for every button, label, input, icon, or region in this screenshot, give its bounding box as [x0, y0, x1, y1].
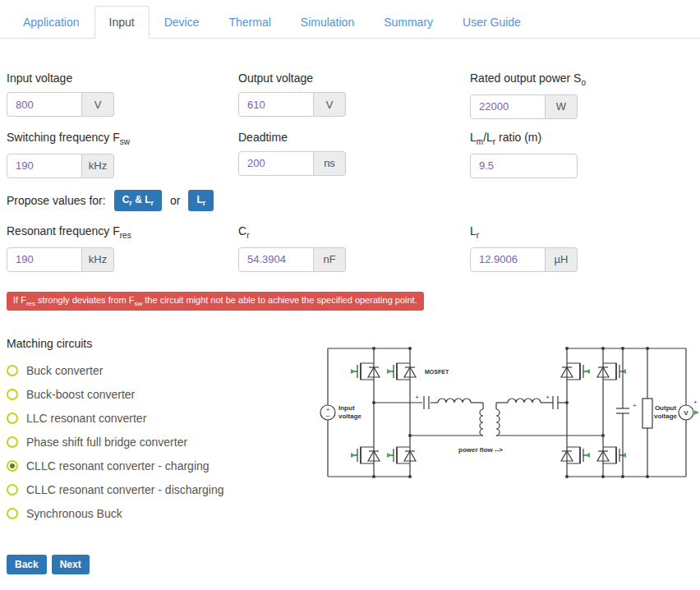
radio-label: Phase shift full bridge converter — [26, 436, 187, 449]
radio-circle — [7, 460, 18, 472]
secondary-cap-plus: + — [546, 394, 550, 401]
cr-input[interactable] — [238, 247, 314, 272]
output-voltage-input[interactable] — [238, 92, 314, 117]
circuit-diagram-panel: + − Input voltage MOSFET + + power flow … — [315, 334, 700, 574]
propose-values-label: Propose values for: — [7, 194, 106, 207]
radio-circle — [7, 365, 18, 376]
field-lr: Lr µH — [470, 224, 700, 272]
next-button[interactable]: Next — [52, 555, 90, 574]
lr-input[interactable] — [470, 247, 546, 272]
field-resonant-frequency: Resonant frequency Fres kHz — [7, 224, 238, 272]
green-arrow-icon — [694, 410, 699, 415]
source-minus-sign: − — [326, 413, 330, 420]
radio-label: CLLC resonant converter - discharging — [26, 483, 223, 496]
form-row-1: Input voltage V Output voltage V Rated o… — [7, 71, 693, 119]
radio-label: Buck-boost converter — [26, 388, 135, 401]
cr-unit: nF — [314, 247, 346, 272]
transformer — [410, 409, 603, 436]
cllc-circuit-diagram: + − Input voltage MOSFET + + power flow … — [315, 334, 700, 510]
tab-application[interactable]: Application — [8, 6, 94, 39]
form-row-3: Resonant frequency Fres kHz Cr nF Lr µH — [7, 224, 693, 272]
matching-circuits-panel: Matching circuits Buck converter Buck-bo… — [7, 334, 315, 574]
propose-values-row: Propose values for: Cr & Lr or Lr — [7, 190, 693, 211]
field-switching-frequency: Switching frequency Fsw kHz — [7, 131, 238, 178]
input-voltage-unit: V — [82, 92, 114, 117]
propose-lr-button[interactable]: Lr — [188, 190, 214, 211]
radio-label: CLLC resonant converter - charging — [26, 459, 210, 472]
output-voltage-unit: V — [314, 92, 346, 117]
resonant-frequency-unit: kHz — [82, 247, 114, 272]
back-button[interactable]: Back — [7, 555, 47, 574]
primary-cap-plus: + — [415, 394, 419, 401]
resonant-frequency-label: Resonant frequency Fres — [7, 224, 238, 240]
lr-label: Lr — [470, 224, 700, 240]
radio-circle — [7, 508, 18, 519]
tab-simulation[interactable]: Simulation — [286, 6, 369, 39]
tab-device[interactable]: Device — [150, 6, 214, 39]
tab-input[interactable]: Input — [94, 6, 150, 39]
lr-unit: µH — [546, 247, 578, 272]
field-rated-power: Rated output power So W — [470, 71, 700, 119]
lm-lr-ratio-input[interactable] — [470, 154, 578, 178]
input-voltage-diagram-label: Input — [338, 404, 355, 412]
tab-user-guide[interactable]: User Guide — [448, 6, 536, 39]
propose-cr-lr-button[interactable]: Cr & Lr — [114, 190, 162, 211]
switching-frequency-unit: kHz — [82, 154, 114, 178]
radio-circle — [7, 484, 18, 496]
deadtime-label: Deadtime — [238, 131, 470, 144]
radio-cllc-discharging[interactable]: CLLC resonant converter - discharging — [7, 483, 315, 496]
radio-label: LLC resonant converter — [26, 412, 146, 425]
bottom-section: Matching circuits Buck converter Buck-bo… — [0, 334, 700, 574]
radio-label: Buck converter — [26, 364, 103, 377]
load-resistor — [642, 348, 652, 477]
radio-phase-shift-full-bridge[interactable]: Phase shift full bridge converter — [7, 436, 315, 449]
radio-circle — [7, 436, 18, 448]
switching-frequency-input[interactable] — [7, 154, 82, 178]
fres-deviation-warning: If Fres strongly deviates from Fsw the c… — [7, 292, 424, 311]
radio-buck-converter[interactable]: Buck converter — [7, 364, 315, 377]
radio-cllc-charging[interactable]: CLLC resonant converter - charging — [7, 459, 315, 472]
radio-circle — [7, 389, 18, 400]
lm-lr-ratio-label: Lm/Lr ratio (m) — [470, 131, 700, 146]
radio-circle — [7, 413, 18, 424]
right-bridge — [561, 348, 626, 477]
tab-thermal[interactable]: Thermal — [214, 6, 285, 39]
input-form: Input voltage V Output voltage V Rated o… — [0, 39, 700, 311]
voltmeter-plus: + — [693, 399, 698, 406]
rated-power-unit: W — [546, 94, 578, 119]
input-voltage-label: Input voltage — [7, 71, 238, 85]
input-voltage-input[interactable] — [7, 92, 82, 117]
deadtime-unit: ns — [314, 151, 346, 176]
field-lm-lr-ratio: Lm/Lr ratio (m) — [470, 131, 700, 178]
radio-label: Synchronous Buck — [26, 507, 122, 520]
resonant-frequency-input[interactable] — [7, 247, 82, 272]
secondary-resonant-network — [496, 396, 567, 409]
voltmeter — [679, 348, 699, 477]
form-row-2: Switching frequency Fsw kHz Deadtime ns … — [7, 131, 693, 178]
voltmeter-letter: V — [684, 409, 688, 417]
propose-or-label: or — [170, 194, 180, 207]
mosfet-diagram-label: MOSFET — [425, 369, 449, 375]
output-voltage-label: Output voltage — [238, 71, 470, 85]
output-voltage-diagram-label: Output — [655, 404, 677, 412]
field-input-voltage: Input voltage V — [7, 71, 238, 119]
tab-bar: Application Input Device Thermal Simulat… — [0, 0, 700, 39]
radio-buck-boost-converter[interactable]: Buck-boost converter — [7, 388, 315, 401]
field-cr: Cr nF — [238, 224, 470, 272]
primary-resonant-network — [374, 396, 483, 409]
power-flow-label: power flow --> — [458, 446, 503, 454]
radio-llc-resonant-converter[interactable]: LLC resonant converter — [7, 412, 315, 425]
rated-power-input[interactable] — [470, 94, 546, 119]
field-output-voltage: Output voltage V — [238, 71, 470, 119]
cr-label: Cr — [238, 224, 470, 240]
tab-summary[interactable]: Summary — [369, 6, 448, 39]
footer-buttons: Back Next — [7, 555, 315, 574]
output-capacitor — [616, 348, 629, 477]
rated-power-label: Rated output power So — [470, 71, 700, 87]
deadtime-input[interactable] — [238, 151, 314, 176]
svg-text:voltage: voltage — [338, 413, 362, 420]
matching-circuits-title: Matching circuits — [7, 337, 315, 350]
svg-text:voltage: voltage — [654, 413, 678, 420]
output-cap-plus: + — [633, 402, 637, 409]
radio-synchronous-buck[interactable]: Synchronous Buck — [7, 507, 315, 520]
